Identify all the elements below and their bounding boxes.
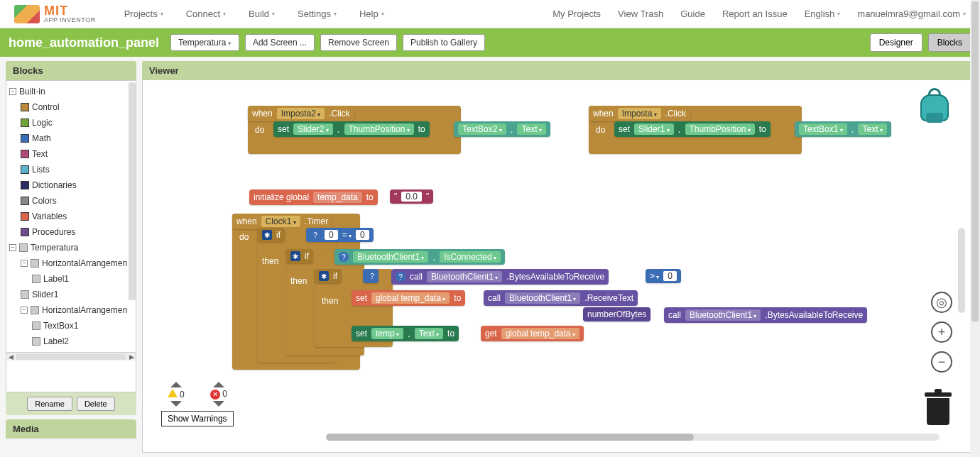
gear-icon: ✱	[290, 251, 300, 261]
tree-ha2[interactable]: −HorizontalArrangemen	[19, 302, 134, 318]
blocks-workspace[interactable]: whenImposta2.Click do setSlider2.ThumbPo…	[148, 86, 968, 446]
viewer-body: whenImposta2.Click do setSlider2.ThumbPo…	[142, 80, 974, 453]
block-gt-op[interactable]: >0	[646, 269, 681, 283]
logo[interactable]: MIT APP INVENTOR	[14, 4, 96, 23]
screen-selector[interactable]: Temperatura	[170, 34, 239, 51]
tree-variables[interactable]: Variables	[19, 209, 134, 224]
link-myprojects[interactable]: My Projects	[552, 9, 601, 19]
warning-icon	[168, 389, 178, 397]
block-header-imposta[interactable]: whenImposta.Click	[589, 106, 690, 121]
logo-text-sub: APP INVENTOR	[44, 17, 96, 23]
arrow-up-icon[interactable]	[170, 382, 182, 387]
tree-label1[interactable]: Label1	[31, 271, 134, 287]
block-textbox1-text[interactable]: TextBox1.Text	[795, 121, 891, 137]
block-call-bytesavail2[interactable]: callBluetoothClient1.BytesAvailableToRec…	[664, 307, 867, 323]
tree-slider1[interactable]: Slider1	[19, 287, 134, 302]
tree-scrollbar[interactable]	[129, 82, 136, 300]
zoom-out-icon[interactable]: −	[931, 351, 952, 373]
tree-screen[interactable]: −Temperatura	[8, 240, 134, 255]
error-count: 0	[222, 389, 227, 399]
label-then1: then	[262, 256, 278, 266]
menu-connect[interactable]: Connect▾	[186, 9, 226, 19]
block-gt[interactable]: ?	[363, 269, 379, 283]
block-textbox2-text[interactable]: TextBox2.Text	[454, 121, 550, 137]
block-isconnected[interactable]: ? BluetoothClient1.IsConnected	[334, 249, 505, 265]
gear-icon: ✱	[319, 271, 329, 281]
help-icon: ?	[310, 230, 320, 240]
tree-label2[interactable]: Label2	[31, 334, 134, 349]
warnings-area: 0 ✕ 0 Show Warnings	[161, 382, 234, 426]
tree-builtin[interactable]: −Built-in	[8, 84, 134, 99]
workspace-hscroll[interactable]	[326, 434, 940, 441]
zoom-in-icon[interactable]: +	[931, 321, 952, 343]
arrow-down-icon[interactable]	[213, 401, 224, 407]
block-set-temp[interactable]: settemp.Textto	[352, 326, 459, 341]
tree-ha1[interactable]: −HorizontalArrangemen	[19, 255, 134, 271]
block-set-slider1[interactable]: setSlider1.ThumbPositionto	[614, 121, 771, 137]
menu-settings[interactable]: Settings▾	[298, 9, 337, 19]
link-viewtrash[interactable]: View Trash	[618, 9, 663, 19]
designer-tab[interactable]: Designer	[870, 33, 922, 52]
show-warnings-button[interactable]: Show Warnings	[161, 411, 234, 426]
menu-account[interactable]: manuelmra9@gmail.com▾	[857, 9, 966, 19]
tree-text[interactable]: Text	[19, 146, 134, 162]
remove-screen-button[interactable]: Remove Screen	[320, 34, 397, 51]
project-title: home_automation_panel	[9, 35, 159, 50]
block-set-global[interactable]: setglobal temp_datato	[352, 290, 465, 306]
tree-logic[interactable]: Logic	[19, 115, 134, 131]
publish-button[interactable]: Publish to Gallery	[403, 34, 485, 51]
blocks-tab[interactable]: Blocks	[928, 33, 971, 52]
tree-control[interactable]: Control	[19, 99, 134, 115]
block-numbytes[interactable]: numberOfBytes	[583, 307, 650, 321]
workspace-vscroll[interactable]	[958, 228, 965, 313]
block-init-global[interactable]: initialize globaltemp_datato	[249, 189, 378, 205]
media-panel-header: Media	[6, 419, 136, 439]
label-then2: then	[290, 276, 307, 286]
menu-build[interactable]: Build▾	[249, 9, 275, 19]
tree-dictionaries[interactable]: Dictionaries	[19, 177, 134, 193]
delete-button[interactable]: Delete	[77, 397, 115, 411]
label-do3: do	[239, 232, 249, 242]
tree-colors[interactable]: Colors	[19, 193, 134, 209]
add-screen-button[interactable]: Add Screen ...	[245, 34, 315, 51]
blocks-panel-header: Blocks	[6, 61, 136, 80]
block-header-imposta2[interactable]: whenImposta2.Click	[248, 106, 354, 121]
blocks-tree[interactable]: −Built-in Control Logic Math Text Lists …	[6, 80, 136, 392]
block-string-zero[interactable]: " 0.0 "	[390, 189, 433, 204]
tree-hscroll[interactable]: ◀▶	[6, 352, 136, 360]
label-do1: do	[255, 125, 264, 135]
block-call-recv[interactable]: callBluetoothClient1.ReceiveText	[484, 290, 638, 306]
block-set-slider2[interactable]: setSlider2.ThumbPositionto	[273, 121, 430, 137]
recenter-icon[interactable]: ◎	[931, 292, 952, 313]
trash-icon[interactable]	[924, 392, 952, 426]
block-get-global[interactable]: getglobal temp_data	[481, 326, 584, 341]
link-report[interactable]: Report an Issue	[722, 9, 788, 19]
viewer-panel: Viewer whenImposta2.Click do setSlider2.…	[142, 61, 974, 453]
block-eq[interactable]: ? 0 = 0	[306, 228, 374, 242]
tree-textbox1[interactable]: TextBox1	[31, 318, 134, 334]
left-sidebar: Blocks −Built-in Control Logic Math Text…	[0, 57, 142, 457]
menu-help[interactable]: Help▾	[359, 9, 384, 19]
window-scrollbar[interactable]	[970, 0, 980, 457]
menu-projects[interactable]: Projects▾	[124, 9, 163, 19]
tree-lists[interactable]: Lists	[19, 162, 134, 177]
tree-math[interactable]: Math	[19, 131, 134, 146]
rename-button[interactable]: Rename	[27, 397, 72, 411]
block-if2[interactable]: ✱if	[286, 249, 313, 263]
media-panel: Media	[6, 419, 136, 439]
arrow-up-icon[interactable]	[213, 382, 224, 387]
backpack-icon[interactable]	[917, 89, 952, 124]
block-if3[interactable]: ✱if	[315, 269, 342, 283]
arrow-down-icon[interactable]	[170, 401, 182, 407]
right-menu: My Projects View Trash Guide Report an I…	[552, 9, 966, 19]
gear-icon: ✱	[262, 230, 272, 240]
tree-procedures[interactable]: Procedures	[19, 224, 134, 240]
help-icon: ?	[396, 272, 405, 282]
block-when-clock[interactable]: whenClock1.Timer	[232, 214, 332, 229]
label-do2: do	[596, 125, 605, 135]
block-if1[interactable]: ✱if	[258, 228, 285, 242]
link-guide[interactable]: Guide	[680, 9, 705, 19]
menu-language[interactable]: English▾	[805, 9, 841, 19]
top-menu-bar: MIT APP INVENTOR Projects▾ Connect▾ Buil…	[0, 0, 980, 28]
block-call-bytesavail[interactable]: ? callBluetoothClient1.BytesAvailableToR…	[391, 269, 609, 285]
